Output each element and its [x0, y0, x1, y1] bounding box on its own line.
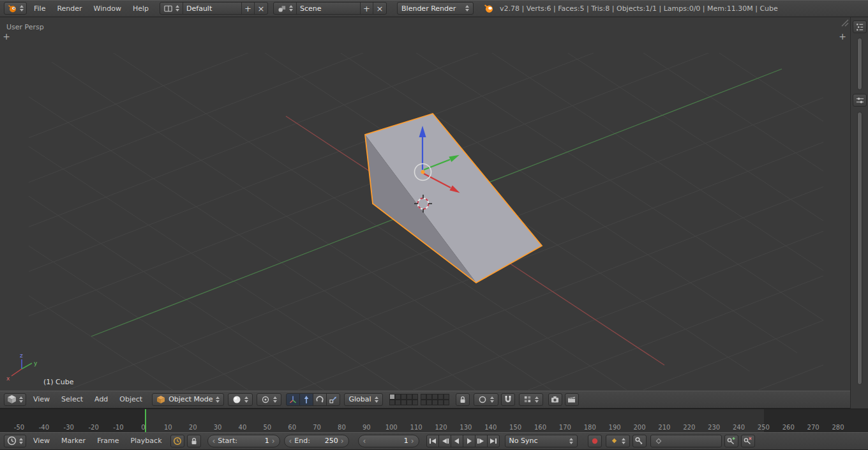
auto-keyframe-record-button[interactable] — [588, 435, 602, 447]
3d-view-menu-select[interactable]: Select — [56, 395, 89, 403]
viewport-shading-dropdown[interactable] — [228, 393, 253, 406]
layer-toggle[interactable] — [432, 394, 438, 400]
info-menu-help[interactable]: Help — [127, 4, 154, 13]
toolshelf-expand-button[interactable]: + — [2, 33, 11, 41]
3d-view-menu-view[interactable]: View — [27, 395, 56, 403]
jump-to-end-button[interactable] — [487, 435, 500, 447]
lock-camera-layers-button[interactable] — [456, 393, 470, 406]
decrement-arrow[interactable]: ‹ — [289, 437, 292, 445]
properties-scrollbar[interactable] — [857, 112, 862, 385]
rotate-manipulator-button[interactable] — [313, 393, 327, 406]
manipulator-toggle-button[interactable] — [286, 393, 300, 406]
layer-toggle[interactable] — [421, 400, 426, 405]
layer-toggle[interactable] — [412, 400, 418, 405]
jump-to-next-keyframe-button[interactable] — [475, 435, 488, 447]
end-frame-field[interactable]: ‹ End: 250 › — [284, 435, 349, 447]
interaction-mode-dropdown[interactable]: Object Mode — [152, 393, 224, 406]
layer-toggle[interactable] — [438, 400, 444, 405]
snap-toggle-button[interactable] — [501, 393, 515, 406]
info-menu-file[interactable]: File — [28, 4, 51, 13]
timeline-menu-frame[interactable]: Frame — [91, 437, 124, 445]
layer-toggle[interactable] — [401, 400, 407, 405]
properties-editor-icon[interactable] — [853, 94, 867, 107]
snap-element-dropdown[interactable] — [519, 393, 543, 406]
3d-view-menu-add[interactable]: Add — [89, 395, 114, 403]
active-keying-set-field[interactable] — [650, 435, 722, 447]
increment-arrow[interactable]: › — [411, 437, 414, 445]
layer-toggle[interactable] — [395, 394, 401, 400]
sidebar-expand-button[interactable]: + — [838, 33, 847, 41]
scene-browse-button[interactable] — [274, 3, 297, 14]
scale-manipulator-button[interactable] — [326, 393, 340, 406]
ruler-frame-label: 220 — [683, 424, 695, 431]
increment-arrow[interactable]: › — [272, 437, 275, 445]
info-menu-window[interactable]: Window — [88, 4, 127, 13]
keying-set-dropdown[interactable] — [606, 435, 630, 447]
transform-orientation-dropdown[interactable]: Global — [344, 393, 382, 406]
timeline-menu-playback[interactable]: Playback — [124, 437, 167, 445]
layer-toggle[interactable] — [407, 394, 412, 400]
outliner-scrollbar[interactable] — [857, 38, 862, 90]
lock-time-cursor-toggle[interactable] — [187, 435, 201, 447]
layer-toggle[interactable] — [407, 400, 412, 405]
layer-toggle[interactable] — [389, 400, 395, 405]
screen-layout-name-field[interactable]: Default — [183, 3, 242, 14]
layer-toggle[interactable] — [426, 394, 432, 400]
layer-toggle[interactable] — [426, 400, 432, 405]
proportional-edit-dropdown[interactable] — [474, 393, 498, 406]
playback-controls — [427, 435, 500, 447]
jump-to-start-button[interactable] — [426, 435, 439, 447]
play-button[interactable] — [463, 435, 475, 447]
insert-keyframe-button[interactable] — [724, 435, 738, 447]
add-screen-layout-button[interactable]: + — [242, 3, 255, 14]
viewport-scene: z y x — [0, 17, 850, 391]
timeline-menu-view[interactable]: View — [27, 437, 56, 445]
add-scene-button[interactable]: + — [361, 3, 373, 14]
manipulator-toggle-group — [287, 393, 340, 406]
info-editor-type-button[interactable] — [4, 2, 27, 15]
opengl-render-anim-button[interactable] — [565, 393, 579, 406]
sync-mode-dropdown[interactable]: No Sync — [505, 435, 578, 447]
decrement-arrow[interactable]: ‹ — [363, 437, 366, 445]
increment-arrow[interactable]: › — [341, 437, 344, 445]
ruler-frame-label: -20 — [88, 424, 98, 431]
info-menu-render[interactable]: Render — [51, 4, 87, 13]
area-resize-corner[interactable] — [841, 19, 849, 27]
delete-scene-button[interactable]: × — [373, 3, 386, 14]
preview-range-toggle[interactable] — [170, 435, 184, 447]
layer-toggle[interactable] — [401, 394, 407, 400]
outliner-editor-icon[interactable] — [853, 20, 867, 33]
editor-type-button-3d-view[interactable] — [4, 393, 26, 406]
current-frame-field[interactable]: ‹ 1 › — [358, 435, 419, 447]
layer-toggle[interactable] — [444, 394, 449, 400]
opengl-render-image-button[interactable] — [548, 393, 562, 406]
delete-screen-layout-button[interactable]: × — [255, 3, 267, 14]
timeline-menu-marker[interactable]: Marker — [56, 437, 91, 445]
editor-type-button-timeline[interactable] — [4, 435, 26, 447]
wedge-object[interactable] — [365, 114, 542, 283]
scene-name-field[interactable]: Scene — [297, 3, 361, 14]
pivot-point-dropdown[interactable] — [257, 393, 281, 406]
dropdown-arrows-icon — [216, 396, 220, 403]
delete-keyframe-button[interactable] — [741, 435, 755, 447]
render-engine-dropdown[interactable]: Blender Render — [397, 2, 474, 15]
jump-to-prev-keyframe-button[interactable] — [438, 435, 451, 447]
timeline-ruler[interactable]: -50-40-30-20-100102030405060708090100110… — [0, 409, 868, 432]
keyingset-menu-button[interactable] — [632, 435, 647, 447]
screen-layout-browse-button[interactable] — [160, 3, 183, 14]
layer-toggle[interactable] — [395, 400, 401, 405]
start-frame-field[interactable]: ‹ Start: 1 › — [207, 435, 280, 447]
3d-viewport[interactable]: z y x User Persp (1) Cube + + — [0, 17, 850, 391]
play-reverse-button[interactable] — [451, 435, 463, 447]
layer-toggle[interactable] — [438, 394, 444, 400]
layer-toggle[interactable] — [432, 400, 438, 405]
layer-toggle[interactable] — [421, 394, 426, 400]
3d-view-menu-object[interactable]: Object — [114, 395, 148, 403]
ruler-frame-label: -40 — [39, 424, 49, 431]
translate-manipulator-button[interactable] — [299, 393, 313, 406]
ruler-frame-label: 240 — [733, 424, 745, 431]
layer-toggle[interactable] — [444, 400, 449, 405]
layer-toggle[interactable] — [412, 394, 418, 400]
layer-toggle[interactable] — [389, 394, 395, 400]
decrement-arrow[interactable]: ‹ — [213, 437, 216, 445]
